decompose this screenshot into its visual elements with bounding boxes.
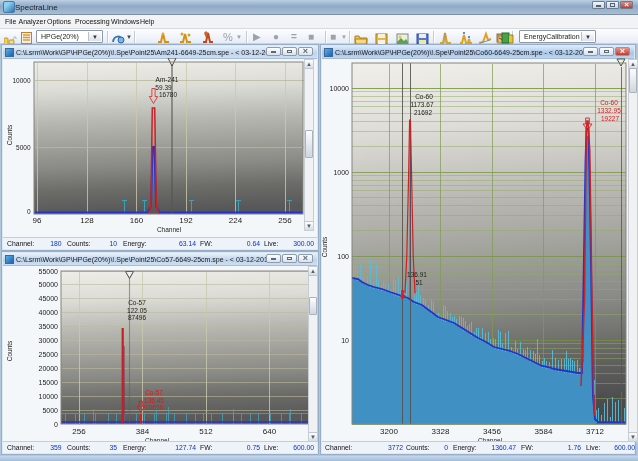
svg-text:45000: 45000 xyxy=(39,295,59,302)
svg-text:Channel: Channel xyxy=(157,226,182,233)
svg-text:19227: 19227 xyxy=(601,115,619,122)
svg-text:160: 160 xyxy=(130,216,144,225)
svg-text:122.05: 122.05 xyxy=(127,307,147,314)
svg-text:256: 256 xyxy=(72,427,86,436)
svg-text:224: 224 xyxy=(229,216,243,225)
svg-text:%: % xyxy=(223,31,233,43)
svg-text:50000: 50000 xyxy=(39,281,59,288)
svg-text:1332.95: 1332.95 xyxy=(597,107,621,114)
svg-text:3200: 3200 xyxy=(380,427,398,436)
svg-text:Counts: Counts xyxy=(321,236,328,257)
svg-text:128: 128 xyxy=(80,216,94,225)
svg-text:15000: 15000 xyxy=(39,379,59,386)
svg-text:10000: 10000 xyxy=(12,77,30,84)
svg-text:3456: 3456 xyxy=(483,427,501,436)
svg-text:3584: 3584 xyxy=(535,427,553,436)
svg-text:256: 256 xyxy=(278,216,292,225)
svg-text:35000: 35000 xyxy=(39,323,59,330)
svg-text:30000: 30000 xyxy=(39,337,59,344)
svg-text:Am-241: Am-241 xyxy=(156,76,179,83)
svg-text:136.45: 136.45 xyxy=(144,397,164,404)
svg-text:Co-60: Co-60 xyxy=(600,99,618,106)
svg-text:1173.67: 1173.67 xyxy=(410,101,433,108)
svg-text:25000: 25000 xyxy=(39,351,59,358)
svg-text:Co-57: Co-57 xyxy=(128,299,146,306)
svg-text:3328: 3328 xyxy=(432,427,450,436)
svg-text:136.91: 136.91 xyxy=(407,271,427,278)
svg-text:5000: 5000 xyxy=(42,407,58,414)
svg-text:16780: 16780 xyxy=(159,91,177,98)
svg-text:1000: 1000 xyxy=(333,169,349,176)
svg-text:10: 10 xyxy=(341,337,349,344)
svg-text:Co-57: Co-57 xyxy=(145,389,163,396)
svg-text:0: 0 xyxy=(54,421,58,428)
svg-text:512: 512 xyxy=(199,427,213,436)
svg-text:51: 51 xyxy=(415,279,423,286)
svg-text:100: 100 xyxy=(337,253,349,260)
svg-text:384: 384 xyxy=(136,427,150,436)
svg-text:96: 96 xyxy=(33,216,42,225)
svg-text:Co-60: Co-60 xyxy=(415,93,433,100)
svg-text:640: 640 xyxy=(263,427,277,436)
svg-text:21692: 21692 xyxy=(414,109,432,116)
svg-text:0: 0 xyxy=(27,208,31,215)
svg-text:55000: 55000 xyxy=(39,268,59,275)
svg-text:10625: 10625 xyxy=(145,404,163,411)
svg-text:10000: 10000 xyxy=(330,85,350,92)
svg-text:40000: 40000 xyxy=(39,309,59,316)
svg-text:59.39: 59.39 xyxy=(155,84,172,91)
svg-text:Counts: Counts xyxy=(6,340,13,361)
svg-text:Counts: Counts xyxy=(6,124,13,145)
svg-text:5000: 5000 xyxy=(16,144,31,151)
svg-text:192: 192 xyxy=(179,216,193,225)
svg-text:87496: 87496 xyxy=(128,314,146,321)
svg-text:10000: 10000 xyxy=(39,393,59,400)
svg-text:20000: 20000 xyxy=(39,365,59,372)
svg-text:3712: 3712 xyxy=(586,427,604,436)
